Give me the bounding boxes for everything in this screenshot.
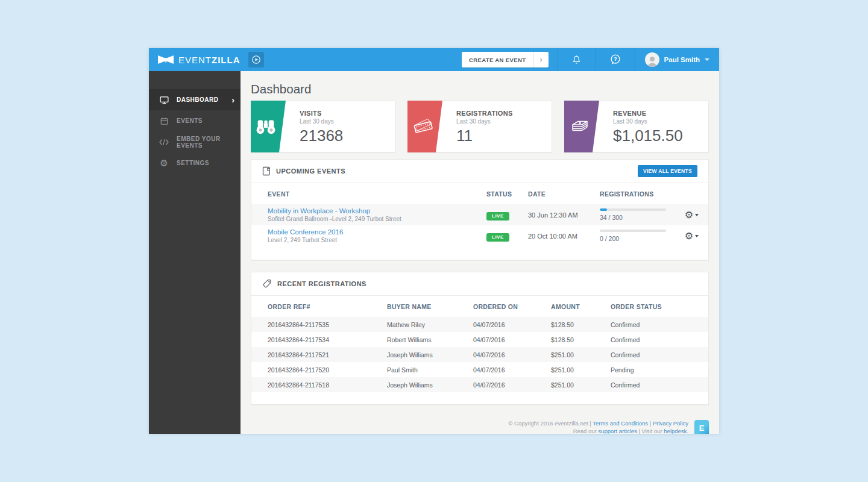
- ordered-on: 04/07/2016: [473, 381, 551, 389]
- calendar-icon: [159, 116, 169, 126]
- page-title: Dashboard: [251, 82, 709, 96]
- support-articles-link[interactable]: support articles: [598, 428, 637, 434]
- event-venue: Sofitel Grand Ballroom -Level 2, 249 Tur…: [268, 216, 486, 222]
- gear-icon: ⚙: [685, 231, 693, 241]
- event-actions-button[interactable]: ⚙: [685, 210, 699, 220]
- sidebar-item-embed-your-events[interactable]: EMBED YOUR EVENTS: [149, 131, 241, 152]
- column-header-order-status: ORDER STATUS: [611, 303, 699, 310]
- brand-logo[interactable]: EVENTZILLA: [149, 48, 241, 71]
- column-header-amount: AMOUNT: [551, 303, 611, 310]
- help-button[interactable]: ?: [596, 48, 635, 71]
- helpdesk-link[interactable]: helpdesk.: [664, 428, 688, 434]
- registrations-progress: 34 / 300: [600, 208, 666, 221]
- chevron-right-icon: ›: [231, 97, 234, 103]
- order-status: Confirmed: [611, 351, 699, 358]
- status-badge: LIVE: [486, 212, 509, 221]
- status-badge: LIVE: [486, 233, 509, 242]
- footer-line-2: Read our support articles | Visit our he…: [251, 427, 688, 434]
- create-event-button[interactable]: CREATE AN EVENT ›: [462, 52, 549, 67]
- stat-shape: [564, 101, 599, 152]
- amount: $128.50: [551, 321, 611, 328]
- upcoming-table-header: EVENT STATUS DATE REGISTRATIONS: [251, 183, 708, 204]
- tag-icon: [262, 279, 272, 289]
- amount: $251.00: [551, 381, 611, 389]
- notebook-icon: [262, 166, 271, 176]
- event-actions-button[interactable]: ⚙: [685, 231, 699, 241]
- event-row: Mobility in Workplace - Workshop Sofitel…: [251, 204, 708, 225]
- table-row[interactable]: 2016432864-2117534 Robert Williams 04/07…: [251, 332, 708, 347]
- table-row[interactable]: 2016432864-2117520 Paul Smith 04/07/2016…: [251, 362, 708, 377]
- sidebar-item-label: DASHBOARD: [177, 96, 219, 103]
- main-content: Dashboard: [241, 71, 719, 434]
- stat-value: $1,015.50: [613, 127, 683, 145]
- event-date: 20 Oct 10:00 AM: [528, 233, 600, 240]
- sidebar-item-dashboard[interactable]: DASHBOARD ›: [149, 89, 241, 110]
- stat-sublabel: Last 30 days: [456, 118, 513, 125]
- gear-icon: ⚙: [685, 210, 693, 220]
- stat-card-revenue[interactable]: REVENUE Last 30 days $1,015.50: [564, 101, 709, 152]
- order-ref: 2016432864-2117518: [268, 381, 387, 389]
- sidebar-item-events[interactable]: EVENTS: [149, 110, 241, 131]
- stat-sublabel: Last 30 days: [613, 118, 683, 125]
- view-all-events-button[interactable]: VIEW ALL EVENTS: [638, 165, 697, 177]
- stats-row: VISITS Last 30 days 21368: [251, 101, 709, 152]
- column-header-event: EVENT: [268, 190, 486, 198]
- binoculars-icon: [256, 118, 276, 135]
- registrations-progress: 0 / 200: [600, 230, 666, 242]
- person-icon: [645, 54, 659, 67]
- column-header-registrations: REGISTRATIONS: [600, 190, 680, 198]
- table-row[interactable]: 2016432864-2117521 Joseph Williams 04/07…: [251, 347, 708, 362]
- buyer-name: Robert Williams: [387, 336, 473, 343]
- column-header-date: DATE: [528, 190, 600, 198]
- event-row: Mobile Conference 2016 Level 2, 249 Turb…: [251, 225, 708, 246]
- panel-title: UPCOMING EVENTS: [276, 167, 345, 175]
- column-header-status: STATUS: [486, 190, 528, 198]
- help-bubble-icon: ?: [609, 54, 621, 66]
- chevron-down-icon: [695, 214, 699, 216]
- stat-value: 21368: [300, 127, 343, 145]
- privacy-policy-link[interactable]: Privacy Policy: [653, 420, 688, 427]
- tour-play-button[interactable]: [248, 52, 264, 67]
- chevron-down-icon: [705, 58, 709, 61]
- svg-text:?: ?: [614, 56, 617, 62]
- top-header: EVENTZILLA CREATE AN EVENT ›: [149, 48, 719, 71]
- footer-line-1: © Copyright 2016 eventzilla.net | Terms …: [251, 419, 688, 427]
- event-name-link[interactable]: Mobility in Workplace - Workshop: [268, 207, 486, 214]
- app-window: EVENTZILLA CREATE AN EVENT ›: [149, 48, 719, 434]
- stat-shape: [251, 101, 286, 152]
- user-menu[interactable]: Paul Smith: [635, 48, 719, 71]
- gear-icon: ⚙: [159, 158, 169, 169]
- sidebar-item-settings[interactable]: ⚙ SETTINGS: [149, 152, 241, 174]
- buyer-name: Joseph Williams: [387, 351, 473, 358]
- notifications-button[interactable]: [557, 48, 596, 71]
- amount: $128.50: [551, 336, 611, 343]
- table-row[interactable]: 2016432864-2117518 Joseph Williams 04/07…: [251, 377, 708, 392]
- order-ref: 2016432864-2117521: [268, 351, 387, 358]
- buyer-name: Joseph Williams: [387, 381, 473, 389]
- code-icon: [159, 138, 169, 146]
- stat-label: VISITS: [300, 110, 343, 117]
- table-row[interactable]: 2016432864-2117535 Mathew Riley 04/07/20…: [251, 317, 708, 332]
- column-header-ordered-on: ORDERED ON: [473, 303, 551, 310]
- order-ref: 2016432864-2117535: [268, 321, 387, 328]
- column-header-buyer-name: BUYER NAME: [387, 303, 473, 310]
- stat-card-registrations[interactable]: REGISTRATIONS Last 30 days 11: [407, 101, 552, 152]
- buyer-name: Paul Smith: [387, 366, 473, 374]
- create-event-dropdown[interactable]: ›: [533, 52, 549, 67]
- stat-shape: [407, 101, 442, 152]
- order-status: Pending: [611, 366, 699, 374]
- event-name-link[interactable]: Mobile Conference 2016: [268, 228, 486, 236]
- event-venue: Level 2, 249 Turbot Street: [268, 237, 486, 243]
- terms-link[interactable]: Terms and Conditions: [593, 420, 648, 427]
- stat-sublabel: Last 30 days: [300, 118, 343, 125]
- recent-registrations-panel: RECENT REGISTRATIONS ORDER REF# BUYER NA…: [251, 272, 709, 405]
- stat-card-visits[interactable]: VISITS Last 30 days 21368: [251, 101, 395, 152]
- order-status: Confirmed: [611, 336, 699, 343]
- amount: $251.00: [551, 366, 611, 374]
- eventzilla-logo-icon: [158, 55, 174, 64]
- chat-widget-button[interactable]: E: [694, 420, 709, 434]
- footer: © Copyright 2016 eventzilla.net | Terms …: [251, 419, 709, 434]
- stat-label: REVENUE: [613, 110, 683, 117]
- ordered-on: 04/07/2016: [473, 351, 551, 358]
- event-date: 30 Jun 12:30 AM: [528, 211, 600, 219]
